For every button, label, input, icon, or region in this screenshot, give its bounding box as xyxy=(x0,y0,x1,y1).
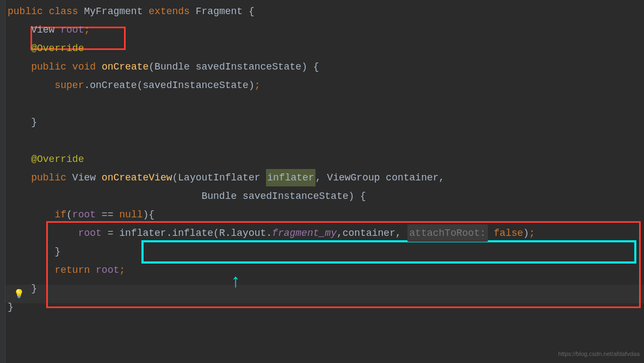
param-inflater-highlighted: inflater xyxy=(266,169,315,186)
method-call: .onCreate(savedInstanceState) xyxy=(84,77,254,94)
brace-close: } xyxy=(31,280,37,297)
keyword-public: public xyxy=(8,3,43,20)
param-hint-attachtoroot: attachToRoot: xyxy=(407,224,488,242)
paren-close-brace: ){ xyxy=(143,206,155,223)
params-cont: Bundle savedInstanceState) { xyxy=(201,187,366,205)
annotation-override: @Override xyxy=(31,151,84,168)
inflate-call: inflater.inflate(R.layout. xyxy=(119,224,272,242)
code-line[interactable]: } xyxy=(8,113,644,132)
keyword-public: public xyxy=(31,169,66,186)
keyword-class: class xyxy=(49,3,78,20)
annotation-override: @Override xyxy=(31,40,84,57)
code-line[interactable]: Bundle savedInstanceState) { xyxy=(8,187,644,205)
layout-resource: fragment_my xyxy=(272,224,337,242)
paren-open: ( xyxy=(66,206,72,223)
code-line[interactable]: View root; xyxy=(8,21,644,39)
keyword-super: super xyxy=(54,77,84,94)
params-more: , ViewGroup container, xyxy=(315,169,445,186)
method-oncreate: onCreate xyxy=(102,58,148,76)
comma-container: ,container, xyxy=(337,224,407,242)
semicolon: ; xyxy=(119,261,125,279)
brace-close: } xyxy=(8,298,14,316)
watermark-text: https://blog.csdn.net/afdafvdaa xyxy=(558,349,640,360)
code-line[interactable]: return root; xyxy=(8,261,644,279)
code-line[interactable]: root = inflater.inflate(R.layout.fragmen… xyxy=(8,224,644,242)
superclass-name: Fragment xyxy=(196,3,243,20)
type-view: View xyxy=(31,21,60,39)
keyword-false: false xyxy=(494,224,523,242)
brace-close: } xyxy=(54,243,60,260)
class-name: MyFragment xyxy=(84,3,143,20)
code-line[interactable]: public void onCreate(Bundle savedInstanc… xyxy=(8,58,644,76)
code-line[interactable]: if(root == null){ xyxy=(8,205,644,224)
field-root: root xyxy=(60,21,84,39)
semicolon: ; xyxy=(255,77,261,94)
field-root: root xyxy=(72,206,96,223)
code-line[interactable]: super.onCreate(savedInstanceState); xyxy=(8,76,644,95)
code-line[interactable]: } xyxy=(8,298,644,316)
keyword-extends: extends xyxy=(148,3,190,20)
space xyxy=(90,261,96,279)
paren-close: ) xyxy=(523,224,529,242)
field-root: root xyxy=(78,224,102,242)
keyword-public: public xyxy=(31,58,66,76)
space xyxy=(488,224,494,242)
code-line[interactable]: public class MyFragment extends Fragment… xyxy=(8,2,644,21)
code-line[interactable]: @Override xyxy=(8,39,644,58)
brace-close: } xyxy=(31,114,37,131)
keyword-null: null xyxy=(119,206,143,223)
code-line[interactable]: } xyxy=(8,279,644,298)
semicolon: ; xyxy=(529,224,535,242)
code-line[interactable]: } xyxy=(8,242,644,261)
params-open: (LayoutInflater xyxy=(172,169,266,186)
return-type: View xyxy=(72,169,102,186)
code-line[interactable]: @Override xyxy=(8,150,644,168)
keyword-void: void xyxy=(72,58,96,76)
keyword-if: if xyxy=(54,206,66,223)
code-line-blank[interactable] xyxy=(8,95,644,113)
code-line-blank[interactable] xyxy=(8,132,644,150)
code-editor-content[interactable]: public class MyFragment extends Fragment… xyxy=(0,0,644,316)
method-oncreateview: onCreateView xyxy=(102,169,172,186)
semicolon: ; xyxy=(84,21,90,39)
assign: = xyxy=(102,224,119,242)
keyword-return: return xyxy=(54,261,90,279)
brace: { xyxy=(243,3,255,20)
field-root: root xyxy=(96,261,119,279)
equals: == xyxy=(96,206,119,223)
params: (Bundle savedInstanceState) { xyxy=(148,58,319,76)
code-line[interactable]: public View onCreateView(LayoutInflater … xyxy=(8,168,644,187)
